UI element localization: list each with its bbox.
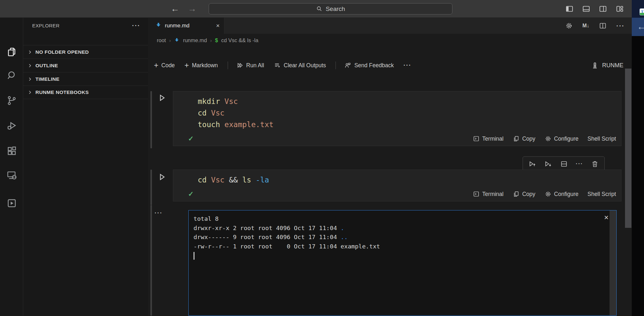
explorer-sidebar: EXPLORER ··· NO FOLDER OPENED OUTLINE: [23, 18, 148, 316]
button-label: Markdown: [192, 62, 218, 69]
breadcrumb-root[interactable]: root: [157, 37, 166, 43]
run-cell-icon[interactable]: [157, 93, 167, 104]
tab-runme-md[interactable]: runme.md ×: [148, 18, 224, 34]
send-feedback-button[interactable]: Send Feedback: [344, 62, 394, 69]
code-token: ls: [242, 176, 256, 184]
sidebar-item-timeline[interactable]: TIMELINE: [23, 72, 148, 86]
terminal-scrollbar[interactable]: [610, 210, 616, 315]
cell-1-status-bar: ✓ Terminal Copy: [173, 132, 621, 146]
success-check-icon: ✓: [188, 135, 194, 143]
cell-hover-toolbar: ···: [523, 156, 605, 171]
output-focus-bar: [150, 205, 152, 316]
chevron-right-icon: [27, 89, 33, 95]
notebook-settings-gear-icon[interactable]: [565, 22, 573, 30]
gear-icon: [545, 135, 552, 142]
forward-icon[interactable]: →: [188, 5, 196, 13]
code-token: -la: [256, 176, 269, 184]
terminal-token: total 8: [194, 215, 219, 222]
search-view-icon[interactable]: [0, 68, 23, 83]
explorer-icon[interactable]: [0, 44, 23, 60]
gear-icon: [545, 191, 552, 198]
code-cell-1[interactable]: mkdir Vsc cd Vsc touch example.txt ✓ Ter…: [173, 91, 621, 146]
terminal-token: drwxr-xr-x 2 root root 4096 Oct 17 11:04: [194, 225, 341, 231]
code-line: mkdir Vsc: [198, 96, 621, 107]
extensions-icon[interactable]: [0, 143, 23, 158]
back-icon[interactable]: ←: [171, 5, 179, 13]
code-cell-2[interactable]: cd Vsc && ls -la ✓ Terminal: [173, 170, 621, 201]
cell-1-code[interactable]: mkdir Vsc cd Vsc touch example.txt: [173, 91, 621, 132]
sidebar-item-outline[interactable]: OUTLINE: [23, 59, 148, 72]
terminal-line: -rw-r--r-- 1 root root 0 Oct 17 11:04 ex…: [194, 242, 380, 251]
copy-icon: [513, 191, 520, 198]
copy-button[interactable]: Copy: [513, 135, 535, 142]
terminal-button[interactable]: Terminal: [473, 135, 504, 142]
cell-more-actions-icon[interactable]: ···: [576, 161, 583, 167]
command-center-search[interactable]: Search: [209, 3, 452, 14]
background-window-fragment: ←: [632, 18, 644, 36]
breadcrumb-command[interactable]: cd Vsc && ls -la: [221, 37, 259, 43]
cell-language-label[interactable]: Shell Script: [587, 191, 616, 198]
desktop-edge-strip: 17 ←: [632, 0, 644, 316]
terminal-output[interactable]: total 8 drwxr-xr-x 2 root root 4096 Oct …: [188, 210, 617, 316]
markdown-preview-icon[interactable]: M↓: [582, 23, 589, 29]
breadcrumb-shell-prompt: $: [215, 37, 218, 43]
runme-panel-icon[interactable]: [0, 195, 23, 211]
add-markdown-cell-button[interactable]: + Markdown: [185, 61, 218, 69]
sidebar-item-runme-notebooks[interactable]: RUNME NOTEBOOKS: [23, 86, 148, 99]
split-editor-icon[interactable]: [599, 22, 607, 30]
delete-cell-icon[interactable]: [591, 160, 599, 168]
split-cell-icon[interactable]: [560, 160, 568, 168]
editor-scrollbar-thumb[interactable]: [625, 69, 631, 228]
button-label: Run All: [246, 62, 264, 69]
sidebar-more-icon[interactable]: ···: [132, 22, 140, 29]
cell-focus-bar: [150, 170, 152, 205]
customize-layout-icon[interactable]: [615, 5, 624, 13]
execute-below-icon[interactable]: [544, 160, 552, 168]
runme-brand: RUNME: [591, 61, 623, 70]
run-cell-icon[interactable]: [157, 172, 167, 183]
editor-more-actions-icon[interactable]: ···: [616, 22, 625, 30]
runme-rocket-icon: [591, 61, 599, 70]
clear-all-outputs-button[interactable]: Clear All Outputs: [274, 62, 326, 69]
add-code-cell-button[interactable]: + Code: [154, 61, 175, 69]
remote-explorer-icon[interactable]: [0, 167, 23, 183]
cell-2-status-bar: ✓ Terminal Copy: [173, 187, 621, 201]
toggle-primary-sidebar-icon[interactable]: [565, 5, 574, 13]
breadcrumb-separator: ›: [210, 38, 212, 43]
section-label: RUNME NOTEBOOKS: [35, 89, 89, 95]
cell-status-actions: Terminal Copy Configure: [473, 191, 616, 198]
close-tab-icon[interactable]: ×: [216, 22, 220, 29]
run-debug-icon[interactable]: [0, 118, 23, 133]
copy-button[interactable]: Copy: [513, 191, 535, 198]
tab-bar: runme.md × M↓ ···: [148, 18, 632, 34]
terminal-text: total 8 drwxr-xr-x 2 root root 4096 Oct …: [194, 214, 380, 260]
source-control-icon[interactable]: [0, 93, 23, 108]
toggle-secondary-sidebar-icon[interactable]: [599, 5, 607, 13]
toggle-panel-icon[interactable]: [582, 5, 591, 13]
configure-button[interactable]: Configure: [545, 135, 579, 142]
execute-above-icon[interactable]: [528, 160, 536, 168]
sidebar-item-no-folder-opened[interactable]: NO FOLDER OPENED: [23, 45, 148, 59]
cell-2-code[interactable]: cd Vsc && ls -la: [173, 170, 621, 187]
code-token: Vsc: [211, 176, 229, 184]
output-more-actions-icon[interactable]: ···: [155, 209, 163, 217]
search-icon: [316, 5, 323, 12]
terminal-cursor: [194, 252, 194, 260]
configure-button[interactable]: Configure: [545, 191, 579, 198]
terminal-line: total 8: [194, 214, 380, 224]
run-all-button[interactable]: Run All: [236, 62, 264, 69]
section-label: OUTLINE: [35, 63, 58, 69]
plus-icon: +: [185, 61, 189, 69]
close-output-icon[interactable]: ×: [604, 214, 609, 221]
screen: ← → Search: [0, 0, 644, 316]
cell-language-label[interactable]: Shell Script: [587, 135, 616, 142]
toolbar-more-icon[interactable]: ···: [403, 62, 412, 69]
toolbar-divider: [336, 61, 336, 69]
breadcrumb-file[interactable]: runme.md: [183, 37, 207, 43]
terminal-button[interactable]: Terminal: [473, 191, 504, 198]
code-token: Vsc: [224, 97, 238, 106]
layout-controls: [565, 0, 624, 18]
notebook-body: mkdir Vsc cd Vsc touch example.txt ✓ Ter…: [148, 75, 632, 316]
sidebar-header: EXPLORER ···: [23, 18, 148, 33]
cell-status-actions: Terminal Copy Configure: [473, 135, 616, 142]
